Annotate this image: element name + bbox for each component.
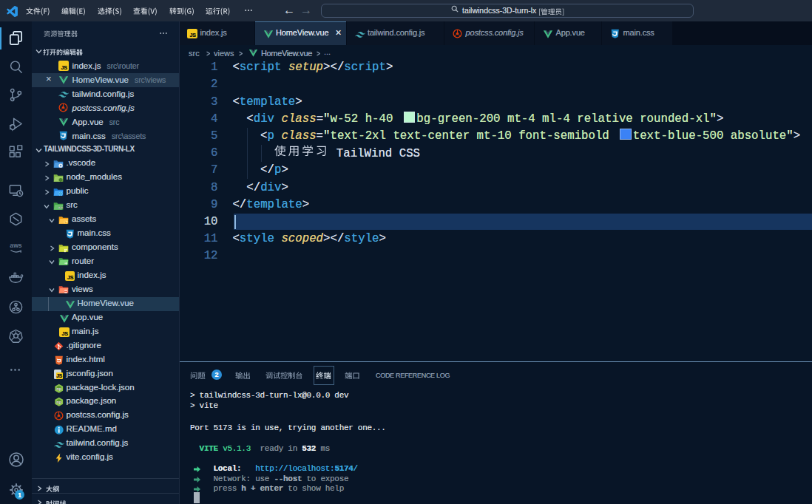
svg-text:aws: aws: [10, 242, 21, 249]
svg-text:np: np: [56, 400, 61, 404]
svg-text:<>: <>: [58, 205, 62, 210]
svg-text:np: np: [56, 386, 61, 390]
